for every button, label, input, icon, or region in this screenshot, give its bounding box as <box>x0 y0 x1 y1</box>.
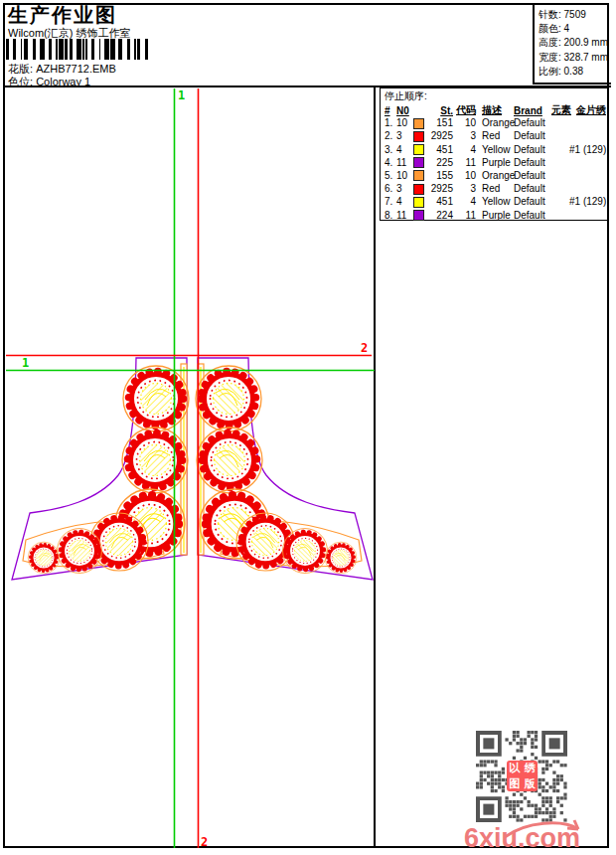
design-canvas: 1 2 1 2 <box>0 0 616 855</box>
guide-label-h1: 1 <box>22 356 29 370</box>
guide-label-v1: 1 <box>178 88 185 102</box>
qr-stamp: 以 绣 图 版 <box>507 761 538 791</box>
stamp-char: 版 <box>525 778 536 789</box>
site-watermark: 6xiu.com <box>464 823 580 854</box>
guide-label-v2: 2 <box>201 835 208 849</box>
design-right-half <box>196 358 373 580</box>
stamp-char: 绣 <box>525 763 536 773</box>
design-left-half <box>12 358 189 580</box>
stamp-char: 图 <box>509 778 520 789</box>
stamp-char: 以 <box>509 763 520 773</box>
guide-label-h2: 2 <box>361 341 368 355</box>
